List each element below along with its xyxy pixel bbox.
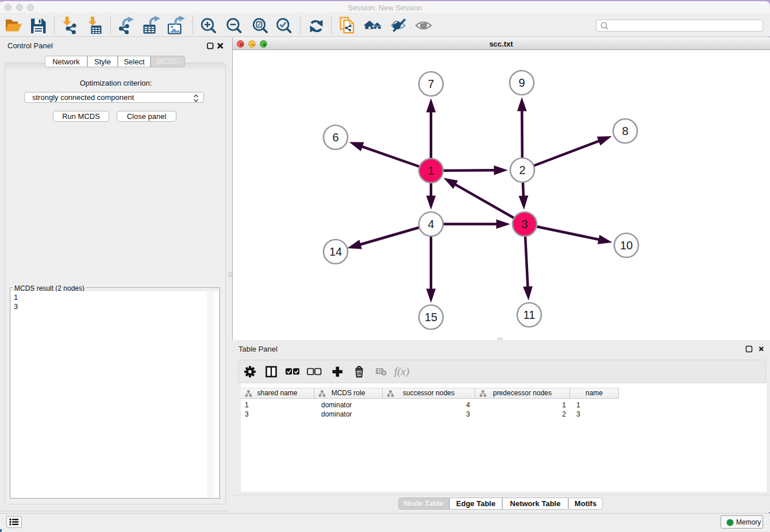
svg-text:4: 4 [428, 218, 434, 230]
svg-text:3: 3 [521, 218, 528, 230]
svg-text:9: 9 [518, 76, 525, 89]
svg-text:11: 11 [523, 309, 536, 321]
svg-text:10: 10 [620, 239, 633, 252]
svg-text:15: 15 [425, 311, 437, 323]
svg-text:8: 8 [622, 125, 628, 137]
svg-text:6: 6 [332, 131, 338, 144]
svg-text:1: 1 [428, 164, 434, 177]
svg-text:14: 14 [329, 245, 342, 258]
svg-text:f(x): f(x) [394, 365, 409, 378]
svg-text:7: 7 [428, 78, 434, 90]
svg-text:2: 2 [519, 164, 525, 176]
